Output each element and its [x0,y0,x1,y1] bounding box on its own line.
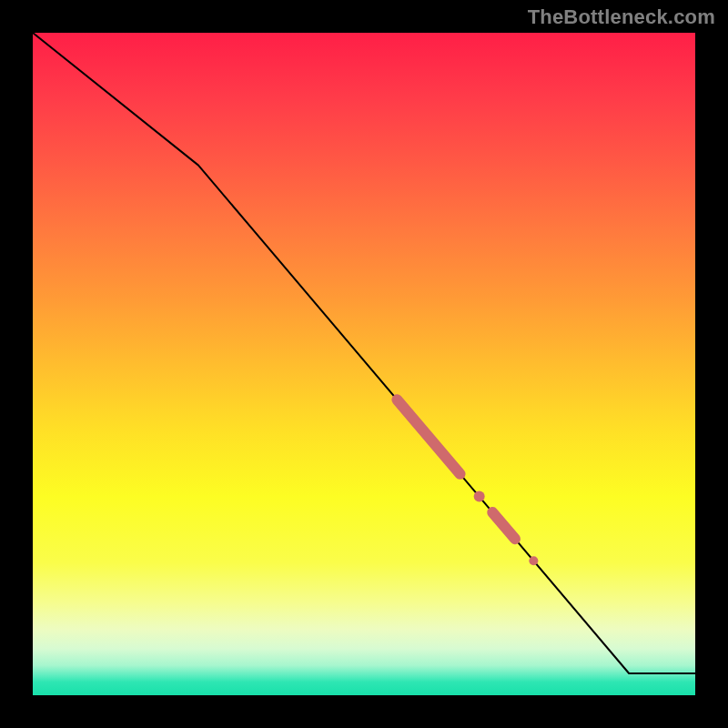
watermark-text: TheBottleneck.com [528,5,715,29]
marker-dot-2 [529,556,538,565]
chart-svg [33,33,695,695]
chart-stage: TheBottleneck.com [0,0,728,728]
series-curve [33,33,695,673]
marker-thick-segment-1 [397,399,460,474]
marker-dot-1 [474,491,485,502]
plot-area [33,33,695,695]
marker-thick-segment-2 [492,512,515,539]
